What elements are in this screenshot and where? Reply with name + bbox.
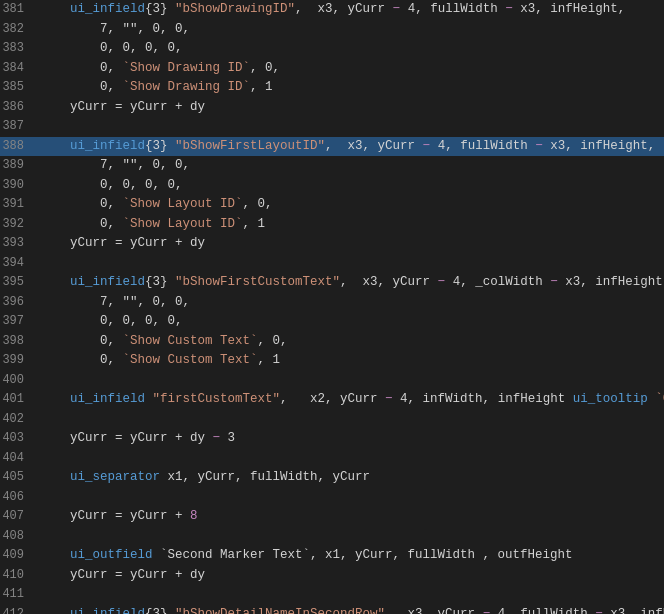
code-line: 387 (0, 117, 664, 137)
code-editor: 381 ui_infield{3} "bShowDrawingID", x3, … (0, 0, 664, 614)
token: , 1 (258, 353, 281, 367)
line-content (36, 488, 664, 507)
line-content: 7, "", 0, 0, (36, 293, 664, 312)
line-number: 405 (0, 468, 36, 487)
line-number: 384 (0, 59, 36, 78)
token: , 0, 0, (138, 158, 191, 172)
token: ui_infield (70, 392, 145, 406)
line-number: 403 (0, 429, 36, 448)
token: − (385, 392, 393, 406)
line-number: 395 (0, 273, 36, 292)
line-content: 0, 0, 0, 0, (36, 312, 664, 331)
line-content: 0, 0, 0, 0, (36, 176, 664, 195)
line-number: 409 (0, 546, 36, 565)
token: 7, "" (40, 158, 138, 172)
code-line: 407 yCurr = yCurr + 8 (0, 507, 664, 527)
line-content (36, 585, 664, 604)
line-content: ui_infield{3} "bShowDrawingID", x3, yCur… (36, 0, 664, 19)
line-number: 382 (0, 20, 36, 39)
token: yCurr = yCurr + dy (40, 431, 213, 445)
token: , 0, (243, 197, 273, 211)
token: ui_outfield (70, 548, 153, 562)
code-line: 408 (0, 527, 664, 547)
line-number: 401 (0, 390, 36, 409)
line-content: yCurr = yCurr + 8 (36, 507, 664, 526)
token: yCurr = yCurr + dy (40, 100, 205, 114)
code-line: 388 ui_infield{3} "bShowFirstLayoutID", … (0, 137, 664, 157)
token: 4, fullWidth (400, 2, 505, 16)
token: {3} (145, 139, 168, 153)
token (40, 275, 70, 289)
token: ui_tooltip (573, 392, 648, 406)
token (40, 548, 70, 562)
token: , x3, yCurr (340, 275, 438, 289)
code-line: 398 0, `Show Custom Text`, 0, (0, 332, 664, 352)
code-line: 412 ui_infield{3} "bShowDetailNameInSeco… (0, 605, 664, 615)
code-line: 394 (0, 254, 664, 274)
token: − (595, 607, 603, 615)
token: 0, (40, 80, 123, 94)
token: `Show Layout ID` (123, 197, 243, 211)
line-content: ui_infield{3} "bShowFirstCustomText", x3… (36, 273, 664, 292)
code-line: 396 7, "", 0, 0, (0, 293, 664, 313)
line-content: yCurr = yCurr + dy − 3 (36, 429, 664, 448)
line-number: 408 (0, 527, 36, 546)
line-content: 0, `Show Layout ID`, 0, (36, 195, 664, 214)
token: `Custom Text (648, 392, 664, 406)
line-content (36, 254, 664, 273)
line-content: 0, `Show Custom Text`, 0, (36, 332, 664, 351)
code-line: 390 0, 0, 0, 0, (0, 176, 664, 196)
token: , 1 (243, 217, 266, 231)
token: , 0, (250, 61, 280, 75)
line-content: 0, `Show Drawing ID`, 1 (36, 78, 664, 97)
token: 0, (40, 61, 123, 75)
token: 3 (220, 431, 235, 445)
token: {3} (145, 607, 168, 615)
line-content (36, 527, 664, 546)
code-line: 386 yCurr = yCurr + dy (0, 98, 664, 118)
line-content (36, 117, 664, 136)
line-content (36, 371, 664, 390)
code-line: 410 yCurr = yCurr + dy (0, 566, 664, 586)
line-number: 402 (0, 410, 36, 429)
token (40, 139, 70, 153)
token: , 0, (258, 334, 288, 348)
line-number: 392 (0, 215, 36, 234)
line-content: 7, "", 0, 0, (36, 20, 664, 39)
line-number: 412 (0, 605, 36, 615)
line-content: ui_infield{3} "bShowDetailNameInSecondRo… (36, 605, 664, 615)
token: yCurr = yCurr + dy (40, 236, 205, 250)
token: 7, "" (40, 22, 138, 36)
token: 0, 0, 0, 0, (40, 314, 183, 328)
line-number: 404 (0, 449, 36, 468)
token: − (213, 431, 221, 445)
token: {3} (145, 2, 168, 16)
token: − (550, 275, 558, 289)
line-number: 391 (0, 195, 36, 214)
token: , 0, 0, (138, 22, 191, 36)
token: 0, 0, 0, 0, (40, 178, 183, 192)
code-line: 392 0, `Show Layout ID`, 1 (0, 215, 664, 235)
token: "bShowDrawingID" (168, 2, 296, 16)
token: , x2, yCurr (280, 392, 385, 406)
line-number: 389 (0, 156, 36, 175)
line-number: 381 (0, 0, 36, 19)
line-content: yCurr = yCurr + dy (36, 98, 664, 117)
token: 0, (40, 197, 123, 211)
token: yCurr = yCurr + dy (40, 568, 205, 582)
token: `Second Marker Text`, x1, yCurr, fullWid… (153, 548, 573, 562)
line-content: 7, "", 0, 0, (36, 156, 664, 175)
code-line: 400 (0, 371, 664, 391)
token: 0, 0, 0, 0, (40, 41, 183, 55)
token: ui_infield (70, 275, 145, 289)
line-number: 396 (0, 293, 36, 312)
token: ui_infield (70, 139, 145, 153)
token: , 1 (250, 80, 273, 94)
line-number: 385 (0, 78, 36, 97)
token: x3, infHeight, (513, 2, 626, 16)
code-line: 393 yCurr = yCurr + dy (0, 234, 664, 254)
token: `Show Custom Text` (123, 334, 258, 348)
token: − (535, 139, 543, 153)
line-number: 406 (0, 488, 36, 507)
line-number: 383 (0, 39, 36, 58)
